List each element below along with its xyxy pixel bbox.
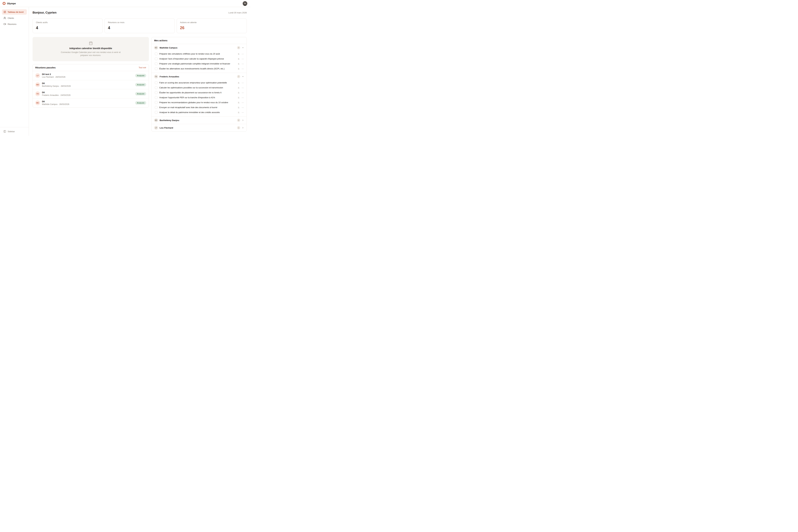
task-checkbox[interactable] xyxy=(155,96,158,99)
banner-description: Connectez Google Calendar pour voir vos … xyxy=(57,51,124,57)
action-group-header[interactable]: MC Mathilde Campus 4 xyxy=(151,44,247,51)
sidebar-toggle[interactable]: Sidebar xyxy=(2,129,27,134)
more-icon[interactable]: ⋯ xyxy=(242,96,244,99)
panel-left-icon xyxy=(3,130,6,133)
task-checkbox[interactable] xyxy=(155,81,158,84)
meeting-row[interactable]: FA D0 Frederic Arnaudies · 24/03/2026 An… xyxy=(33,89,149,98)
meeting-meta: Lou Flechard · 28/03/2026 xyxy=(42,76,133,78)
task-checkbox[interactable] xyxy=(155,62,158,65)
meeting-row[interactable]: BD D0 Barthélémy Danjou · 28/03/2026 Ana… xyxy=(33,80,149,89)
task-due: 2j xyxy=(238,87,239,89)
chevron-down-icon[interactable] xyxy=(242,46,244,49)
stat-label: Clients actifs xyxy=(36,21,99,24)
more-icon[interactable]: ⋯ xyxy=(242,111,244,114)
users-icon xyxy=(3,17,6,19)
more-icon[interactable]: ⋯ xyxy=(242,87,244,89)
sidebar: Tableau de bord Clients Réunions Sidebar xyxy=(0,7,29,136)
task-due: 3j xyxy=(238,68,239,70)
meeting-title: D0 xyxy=(42,82,133,84)
client-name: Mathilde Campus xyxy=(160,46,235,49)
brand: Olympe xyxy=(3,2,16,5)
chevron-right-icon[interactable] xyxy=(242,119,244,121)
client-name: Frederic Arnaudies xyxy=(160,75,235,78)
task-list: Faire un scoring des assurances emprunte… xyxy=(151,80,247,116)
action-group-header[interactable]: LF Lou Flechard 1 xyxy=(151,124,247,131)
action-group-header[interactable]: FA Frederic Arnaudies 7 xyxy=(151,73,247,80)
sidebar-item[interactable]: Réunions xyxy=(2,21,27,27)
task-checkbox[interactable] xyxy=(155,101,158,104)
sidebar-toggle-label: Sidebar xyxy=(8,130,15,133)
layout: Tableau de bord Clients Réunions Sidebar… xyxy=(0,7,250,136)
sidebar-footer: Sidebar xyxy=(0,127,29,136)
avatar: LF xyxy=(35,73,40,78)
task-label: Calculer les optimisations possibles sur… xyxy=(159,87,236,89)
more-icon[interactable]: ⋯ xyxy=(242,92,244,94)
count-badge: 4 xyxy=(237,119,240,122)
action-group: LF Lou Flechard 1 xyxy=(151,124,247,131)
client-name: Lou Flechard xyxy=(160,127,235,129)
task-checkbox[interactable] xyxy=(155,86,158,89)
stat-value: 4 xyxy=(108,25,171,30)
stat-value: 26 xyxy=(180,25,243,30)
top-bar: Olympe xyxy=(0,0,250,7)
user-photo xyxy=(243,1,247,6)
task-checkbox[interactable] xyxy=(155,57,158,60)
count-badge: 1 xyxy=(237,126,240,129)
task-label: Étudier les alternatives aux investissem… xyxy=(159,68,236,70)
sidebar-item[interactable]: Tableau de bord xyxy=(2,9,27,15)
task-checkbox[interactable] xyxy=(155,106,158,109)
see-all-link[interactable]: Tout voir xyxy=(139,66,146,69)
past-meetings-card: Réunions passées Tout voir LF D0 test 2 … xyxy=(33,64,149,108)
task-checkbox[interactable] xyxy=(155,67,158,70)
chevron-right-icon[interactable] xyxy=(242,127,244,129)
task-due: 2j xyxy=(238,92,239,94)
task-row: Préparer une stratégie patrimoniale comp… xyxy=(155,61,244,66)
stat-card: Clients actifs 4 xyxy=(33,19,103,33)
task-list: Préparer des simulations chiffrées pour … xyxy=(151,51,247,73)
more-icon[interactable]: ⋯ xyxy=(242,68,244,70)
meeting-info: D0 test 2 Lou Flechard · 28/03/2026 xyxy=(42,73,133,78)
chevron-down-icon[interactable] xyxy=(242,75,244,78)
task-row: Étudier les opportunités de placement su… xyxy=(155,90,244,95)
content-columns: Intégration calendrier bientôt disponibl… xyxy=(33,37,247,132)
task-label: Analyser l'avis d'imposition pour calcul… xyxy=(159,58,236,60)
task-checkbox[interactable] xyxy=(155,53,158,55)
meeting-title: D0 xyxy=(42,91,133,94)
task-row: Préparer les recommandations globales po… xyxy=(155,100,244,105)
user-avatar[interactable] xyxy=(243,1,247,6)
status-badge: Analysée xyxy=(135,83,146,87)
more-icon[interactable]: ⋯ xyxy=(242,82,244,84)
task-label: Analyser l'opportunité PER sur la tranch… xyxy=(159,96,236,99)
action-group-header[interactable]: BD Barthélémy Danjou 4 xyxy=(151,117,247,124)
task-due: 2j xyxy=(238,112,239,113)
more-icon[interactable]: ⋯ xyxy=(242,101,244,104)
actions-title: Mes actions xyxy=(154,39,167,42)
task-label: Faire un scoring des assurances emprunte… xyxy=(159,81,236,84)
action-group: BD Barthélémy Danjou 4 xyxy=(151,116,247,124)
sidebar-item-label: Clients xyxy=(8,17,14,19)
more-icon[interactable]: ⋯ xyxy=(242,107,244,109)
task-row: Analyser l'avis d'imposition pour calcul… xyxy=(155,56,244,61)
meeting-row[interactable]: LF D0 test 2 Lou Flechard · 28/03/2026 A… xyxy=(33,71,149,80)
task-checkbox[interactable] xyxy=(155,91,158,94)
past-meetings-header: Réunions passées Tout voir xyxy=(33,64,149,71)
avatar: MC xyxy=(35,100,40,105)
meeting-info: D0 Mathilde Campus · 26/03/2026 xyxy=(42,100,133,106)
task-due: 3j xyxy=(238,53,239,55)
meeting-row[interactable]: MC D0 Mathilde Campus · 26/03/2026 Analy… xyxy=(33,98,149,107)
task-checkbox[interactable] xyxy=(155,111,158,114)
count-badge: 7 xyxy=(237,75,240,78)
sidebar-item[interactable]: Clients xyxy=(2,15,27,21)
more-icon[interactable]: ⋯ xyxy=(242,63,244,65)
meeting-list: LF D0 test 2 Lou Flechard · 28/03/2026 A… xyxy=(33,71,149,107)
more-icon[interactable]: ⋯ xyxy=(242,53,244,55)
task-due: 2j xyxy=(238,97,239,98)
stat-card: Réunions ce mois 4 xyxy=(105,19,175,33)
task-row: Étudier les alternatives aux investissem… xyxy=(155,66,244,71)
task-row: Analyser l'opportunité PER sur la tranch… xyxy=(155,95,244,100)
avatar: FA xyxy=(35,91,40,96)
action-group: FA Frederic Arnaudies 7 Faire un scoring… xyxy=(151,73,247,116)
more-icon[interactable]: ⋯ xyxy=(242,58,244,60)
task-row: Calculer les optimisations possibles sur… xyxy=(155,85,244,90)
left-column: Intégration calendrier bientôt disponibl… xyxy=(33,37,149,108)
